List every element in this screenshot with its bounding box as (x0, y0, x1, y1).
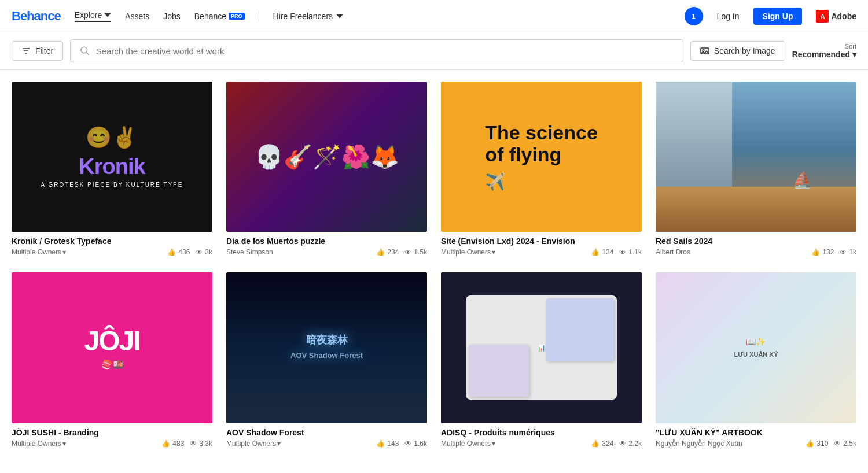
search-input-wrap[interactable] (70, 39, 683, 62)
gallery-thumb-kronik: 😊✌️ Kronik A GROTESK PIECE BY KULTURË TY… (12, 82, 212, 232)
gallery-info-aov: AOV Shadow Forest Multiple Owners ▾ 👍 14… (226, 423, 427, 450)
view-icon: 👁 (840, 248, 847, 256)
gallery-title-dia: Dia de los Muertos puzzle (226, 236, 427, 246)
search-icon (80, 46, 90, 56)
gallery-owner-redsails[interactable]: Albert Dros (656, 248, 690, 256)
divider (259, 10, 259, 22)
gallery-item-artbook[interactable]: 📖✨ LƯU XUÂN KÝ "LƯU XUÂN KÝ" ARTBOOK Ngu… (656, 272, 856, 449)
gallery-item-adisq[interactable]: 📊 ADISQ - Produits numériques Multiple O… (441, 272, 642, 449)
view-count: 2.2k (628, 439, 642, 448)
gallery-owner-aov[interactable]: Multiple Owners ▾ (226, 439, 281, 448)
view-count: 2.5k (843, 439, 856, 448)
gallery-thumb-aov: 暗夜森林AOV Shadow Forest (226, 272, 427, 423)
gallery-info-dia: Dia de los Muertos puzzle Steve Simpson … (226, 232, 427, 258)
nav-hire-freelancers[interactable]: Hire Freelancers (273, 12, 343, 21)
behance-logo[interactable]: Behance (12, 9, 61, 24)
sort-label: Sort (845, 43, 856, 50)
like-stat-artbook: 👍 310 (806, 439, 828, 448)
gallery-item-science[interactable]: The scienceof flying ✈️ Site (Envision L… (441, 82, 642, 258)
nav-jobs[interactable]: Jobs (163, 12, 181, 21)
gallery-item-redsails[interactable]: ⛵ Red Sails 2024 Albert Dros 👍 132 👁 1k (656, 82, 856, 258)
gallery-title-kronik: Kronik / Grotesk Typeface (12, 236, 212, 246)
like-count: 436 (178, 248, 190, 256)
view-count: 1.6k (414, 439, 427, 448)
owner-dropdown-icon[interactable]: ▾ (277, 439, 281, 448)
like-stat-adisq: 👍 324 (591, 439, 613, 448)
gallery-title-adisq: ADISQ - Produits numériques (441, 428, 642, 437)
gallery-item-aov[interactable]: 暗夜森林AOV Shadow Forest AOV Shadow Forest … (226, 272, 427, 449)
gallery-owner-adisq[interactable]: Multiple Owners ▾ (441, 439, 495, 448)
adobe-logo: A Adobe (816, 10, 856, 23)
view-icon: 👁 (404, 439, 411, 448)
like-icon: 👍 (591, 439, 599, 448)
nav-explore[interactable]: Explore (75, 10, 111, 22)
gallery-title-aov: AOV Shadow Forest (226, 428, 427, 437)
nav-assets[interactable]: Assets (125, 12, 149, 21)
view-icon: 👁 (196, 248, 203, 256)
svg-point-3 (81, 47, 87, 53)
gallery-title-artbook: "LƯU XUÂN KÝ" ARTBOOK (656, 428, 856, 437)
like-stat-kronik: 👍 436 (167, 248, 190, 256)
like-icon: 👍 (806, 439, 814, 448)
like-count: 132 (822, 248, 834, 256)
svg-line-4 (87, 53, 89, 55)
nav-behance-pro[interactable]: Behance PRO (194, 12, 245, 21)
like-icon: 👍 (811, 248, 820, 256)
view-icon: 👁 (404, 248, 411, 256)
view-icon: 👁 (619, 248, 626, 256)
notification-button[interactable]: 1 (685, 7, 703, 25)
gallery-grid: 😊✌️ Kronik A GROTESK PIECE BY KULTURË TY… (0, 70, 868, 450)
gallery-owner-science[interactable]: Multiple Owners ▾ (441, 248, 495, 256)
gallery-thumb-joji: JÔJI 🍣🍱 (12, 272, 212, 423)
gallery-stats-adisq: 👍 324 👁 2.2k (591, 439, 642, 448)
gallery-thumb-science: The scienceof flying ✈️ (441, 82, 642, 232)
like-count: 234 (387, 248, 399, 256)
gallery-owner-joji[interactable]: Multiple Owners ▾ (12, 439, 66, 448)
login-button[interactable]: Log In (717, 12, 740, 21)
gallery-owner-dia[interactable]: Steve Simpson (226, 248, 273, 256)
gallery-info-artbook: "LƯU XUÂN KÝ" ARTBOOK Nguyễn Nguyễn Ngọc… (656, 423, 856, 450)
owner-dropdown-icon[interactable]: ▾ (62, 439, 66, 448)
gallery-stats-science: 👍 134 👁 1.1k (591, 248, 642, 256)
gallery-info-joji: JÔJI SUSHI - Branding Multiple Owners ▾ … (12, 423, 212, 450)
gallery-meta-joji: Multiple Owners ▾ 👍 483 👁 3.3k (12, 439, 212, 448)
search-by-image-button[interactable]: Search by Image (690, 41, 785, 61)
gallery-title-redsails: Red Sails 2024 (656, 236, 856, 246)
like-count: 483 (172, 439, 184, 448)
gallery-info-kronik: Kronik / Grotesk Typeface Multiple Owner… (12, 232, 212, 258)
filter-button[interactable]: Filter (12, 41, 63, 61)
like-icon: 👍 (591, 248, 599, 256)
gallery-info-science: Site (Envision Lxd) 2024 - Envision Mult… (441, 232, 642, 258)
sort-dropdown[interactable]: Sort Recommended ▾ (792, 43, 856, 59)
search-input[interactable] (96, 46, 674, 56)
like-icon: 👍 (161, 439, 170, 448)
signup-button[interactable]: Sign Up (753, 8, 803, 25)
gallery-item-dia[interactable]: 💀🎸🪄🌺🦊 Dia de los Muertos puzzle Steve Si… (226, 82, 427, 258)
view-stat-artbook: 👁 2.5k (834, 439, 856, 448)
gallery-item-joji[interactable]: JÔJI 🍣🍱 JÔJI SUSHI - Branding Multiple O… (12, 272, 212, 449)
owner-dropdown-icon[interactable]: ▾ (62, 248, 66, 256)
owner-dropdown-icon[interactable]: ▾ (492, 248, 495, 256)
gallery-info-adisq: ADISQ - Produits numériques Multiple Own… (441, 423, 642, 450)
gallery-stats-kronik: 👍 436 👁 3k (167, 248, 212, 256)
gallery-stats-dia: 👍 234 👁 1.5k (376, 248, 427, 256)
view-stat-joji: 👁 3.3k (190, 439, 212, 448)
gallery-thumb-adisq: 📊 (441, 272, 642, 423)
gallery-meta-artbook: Nguyễn Nguyễn Ngọc Xuân 👍 310 👁 2.5k (656, 439, 856, 448)
sort-chevron-icon: ▾ (852, 50, 856, 59)
owner-dropdown-icon[interactable]: ▾ (492, 439, 495, 448)
view-count: 1.5k (414, 248, 427, 256)
gallery-thumb-artbook: 📖✨ LƯU XUÂN KÝ (656, 272, 856, 423)
gallery-info-redsails: Red Sails 2024 Albert Dros 👍 132 👁 1k (656, 232, 856, 258)
search-bar-row: Filter Search by Image Sort Recommended … (0, 32, 868, 70)
gallery-owner-kronik[interactable]: Multiple Owners ▾ (12, 248, 66, 256)
sort-value[interactable]: Recommended ▾ (792, 50, 856, 59)
gallery-stats-redsails: 👍 132 👁 1k (811, 248, 856, 256)
gallery-item-kronik[interactable]: 😊✌️ Kronik A GROTESK PIECE BY KULTURË TY… (12, 82, 212, 258)
view-count: 3k (205, 248, 212, 256)
view-count: 3.3k (199, 439, 212, 448)
image-search-icon (700, 46, 709, 56)
gallery-owner-artbook[interactable]: Nguyễn Nguyễn Ngọc Xuân (656, 439, 742, 448)
gallery-meta-redsails: Albert Dros 👍 132 👁 1k (656, 248, 856, 256)
view-icon: 👁 (619, 439, 626, 448)
